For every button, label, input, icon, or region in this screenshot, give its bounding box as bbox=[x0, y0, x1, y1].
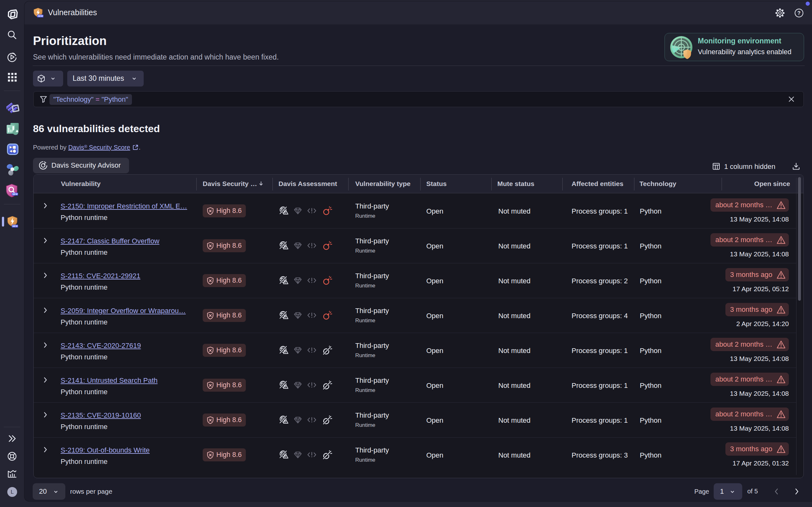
svg-text:?: ? bbox=[798, 10, 801, 16]
